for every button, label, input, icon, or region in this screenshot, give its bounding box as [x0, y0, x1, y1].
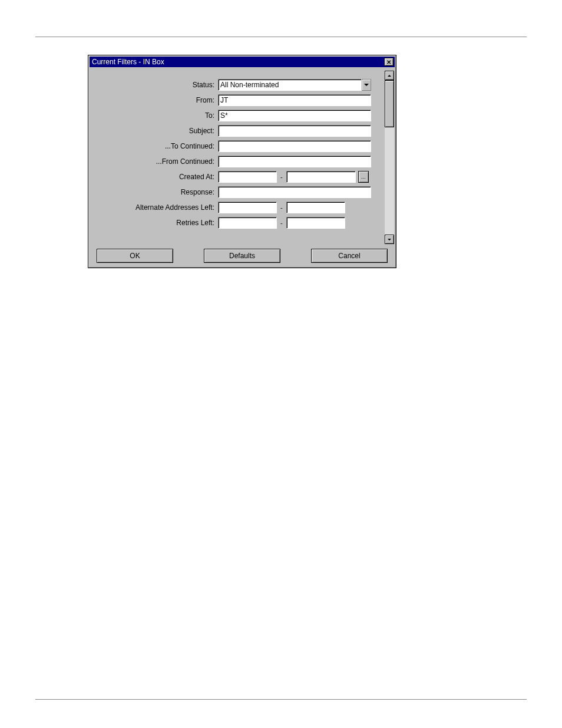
- chevron-down-icon: [388, 239, 391, 241]
- ok-button[interactable]: OK: [97, 249, 173, 263]
- scroll-up-button[interactable]: [385, 71, 394, 80]
- range-separator: -: [277, 219, 286, 226]
- header-rule: [35, 37, 527, 37]
- response-input[interactable]: [218, 186, 371, 198]
- range-separator: -: [277, 173, 286, 180]
- cancel-button[interactable]: Cancel: [311, 249, 388, 263]
- scrollbar-track[interactable]: [385, 80, 394, 235]
- alt-addresses-from-input[interactable]: [218, 202, 277, 213]
- form-column: Status: From: To:: [94, 71, 382, 244]
- filters-dialog: Current Filters - IN Box ✕ Status:: [88, 55, 396, 268]
- to-continued-input[interactable]: [218, 140, 371, 152]
- dialog-title: Current Filters - IN Box: [92, 58, 384, 66]
- response-label: Response:: [94, 188, 218, 196]
- from-label: From:: [94, 96, 218, 104]
- range-separator: -: [277, 204, 286, 211]
- scrollbar-thumb[interactable]: [385, 80, 394, 127]
- dialog-body: Status: From: To:: [88, 68, 396, 244]
- status-dropdown-button[interactable]: [362, 79, 371, 91]
- retries-to-input[interactable]: [286, 217, 345, 229]
- retries-left-label: Retries Left:: [94, 219, 218, 227]
- created-at-browse-button[interactable]: ...: [358, 171, 369, 183]
- status-dropdown[interactable]: [218, 79, 371, 91]
- alt-addresses-to-input[interactable]: [286, 202, 345, 213]
- retries-from-input[interactable]: [218, 217, 277, 229]
- to-label: To:: [94, 111, 218, 120]
- created-at-label: Created At:: [94, 173, 218, 181]
- scroll-down-button[interactable]: [385, 235, 394, 244]
- subject-label: Subject:: [94, 127, 218, 135]
- created-at-to-input[interactable]: [286, 171, 356, 183]
- alt-addresses-left-label: Alternate Addresses Left:: [94, 203, 218, 212]
- titlebar: Current Filters - IN Box ✕: [90, 57, 395, 67]
- from-continued-input[interactable]: [218, 156, 371, 167]
- ellipsis-icon: ...: [361, 174, 366, 180]
- created-at-from-input[interactable]: [218, 171, 277, 183]
- footer-rule: [35, 699, 527, 700]
- vertical-scrollbar[interactable]: [385, 71, 394, 244]
- close-button[interactable]: ✕: [384, 58, 394, 66]
- from-input[interactable]: [218, 94, 371, 106]
- status-label: Status:: [94, 81, 218, 89]
- chevron-up-icon: [388, 75, 391, 77]
- status-input[interactable]: [218, 79, 362, 91]
- button-bar: OK Defaults Cancel: [88, 244, 396, 263]
- to-input[interactable]: [218, 110, 371, 121]
- subject-input[interactable]: [218, 125, 371, 137]
- to-continued-label: ...To Continued:: [94, 142, 218, 150]
- close-icon: ✕: [386, 59, 391, 65]
- from-continued-label: ...From Continued:: [94, 157, 218, 166]
- defaults-button[interactable]: Defaults: [204, 249, 280, 263]
- chevron-down-icon: [364, 84, 369, 86]
